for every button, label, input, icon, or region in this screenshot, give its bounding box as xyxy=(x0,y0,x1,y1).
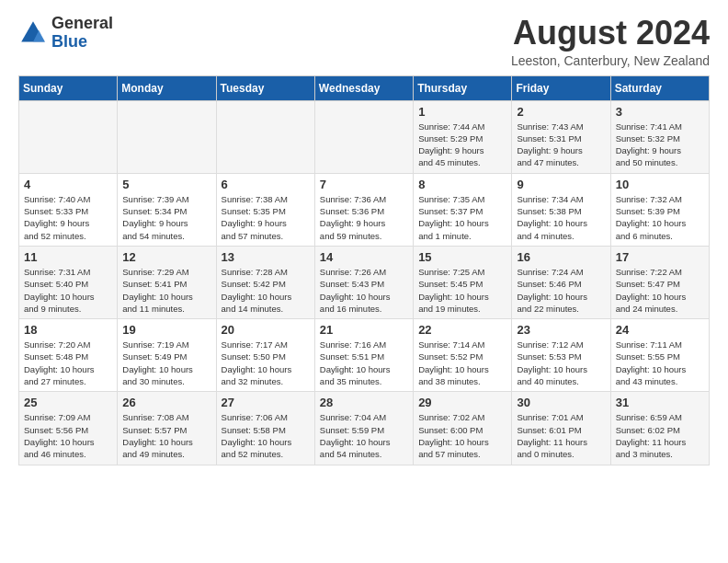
calendar-cell xyxy=(19,100,118,173)
day-number: 25 xyxy=(24,396,112,409)
day-number: 26 xyxy=(122,396,210,409)
logo: General Blue xyxy=(18,15,113,52)
day-info: Sunrise: 7:34 AM Sunset: 5:38 PM Dayligh… xyxy=(517,193,605,242)
calendar-cell xyxy=(216,100,314,173)
week-row-5: 25Sunrise: 7:09 AM Sunset: 5:56 PM Dayli… xyxy=(19,392,710,465)
title-block: August 2024 Leeston, Canterbury, New Zea… xyxy=(511,15,710,68)
logo-blue: Blue xyxy=(51,33,113,52)
calendar-cell: 12Sunrise: 7:29 AM Sunset: 5:41 PM Dayli… xyxy=(118,246,216,318)
day-info: Sunrise: 7:20 AM Sunset: 5:48 PM Dayligh… xyxy=(24,339,112,387)
day-info: Sunrise: 7:11 AM Sunset: 5:55 PM Dayligh… xyxy=(616,339,704,387)
day-info: Sunrise: 7:01 AM Sunset: 6:01 PM Dayligh… xyxy=(517,411,605,460)
day-number: 28 xyxy=(320,396,408,409)
day-number: 30 xyxy=(517,396,605,409)
day-info: Sunrise: 7:44 AM Sunset: 5:29 PM Dayligh… xyxy=(418,121,506,169)
calendar-cell: 17Sunrise: 7:22 AM Sunset: 5:47 PM Dayli… xyxy=(610,246,709,318)
calendar-table: SundayMondayTuesdayWednesdayThursdayFrid… xyxy=(18,75,710,465)
day-number: 24 xyxy=(616,323,704,337)
calendar-header: SundayMondayTuesdayWednesdayThursdayFrid… xyxy=(19,75,710,100)
calendar-cell: 30Sunrise: 7:01 AM Sunset: 6:01 PM Dayli… xyxy=(512,392,610,465)
header-cell-wednesday: Wednesday xyxy=(314,75,413,100)
day-info: Sunrise: 7:39 AM Sunset: 5:34 PM Dayligh… xyxy=(122,193,210,242)
day-info: Sunrise: 7:09 AM Sunset: 5:56 PM Dayligh… xyxy=(24,411,112,460)
calendar-cell: 6Sunrise: 7:38 AM Sunset: 5:35 PM Daylig… xyxy=(216,173,314,246)
week-row-1: 1Sunrise: 7:44 AM Sunset: 5:29 PM Daylig… xyxy=(19,100,710,173)
day-number: 14 xyxy=(320,250,408,264)
day-number: 12 xyxy=(122,250,210,264)
calendar-cell: 28Sunrise: 7:04 AM Sunset: 5:59 PM Dayli… xyxy=(314,392,413,465)
calendar-cell: 9Sunrise: 7:34 AM Sunset: 5:38 PM Daylig… xyxy=(512,173,610,246)
week-row-3: 11Sunrise: 7:31 AM Sunset: 5:40 PM Dayli… xyxy=(19,246,710,318)
day-number: 9 xyxy=(517,178,605,191)
day-number: 22 xyxy=(418,323,506,337)
calendar-cell: 5Sunrise: 7:39 AM Sunset: 5:34 PM Daylig… xyxy=(118,173,216,246)
calendar-cell: 27Sunrise: 7:06 AM Sunset: 5:58 PM Dayli… xyxy=(216,392,314,465)
day-info: Sunrise: 6:59 AM Sunset: 6:02 PM Dayligh… xyxy=(616,411,704,460)
day-number: 7 xyxy=(320,178,408,191)
day-number: 1 xyxy=(418,105,506,119)
day-info: Sunrise: 7:14 AM Sunset: 5:52 PM Dayligh… xyxy=(418,339,506,387)
subtitle: Leeston, Canterbury, New Zealand xyxy=(511,53,710,68)
day-info: Sunrise: 7:31 AM Sunset: 5:40 PM Dayligh… xyxy=(24,266,112,315)
calendar-cell: 3Sunrise: 7:41 AM Sunset: 5:32 PM Daylig… xyxy=(610,100,709,173)
day-number: 17 xyxy=(616,250,704,264)
day-number: 13 xyxy=(222,250,310,264)
day-number: 11 xyxy=(24,250,112,264)
day-info: Sunrise: 7:02 AM Sunset: 6:00 PM Dayligh… xyxy=(418,411,506,460)
calendar-cell: 1Sunrise: 7:44 AM Sunset: 5:29 PM Daylig… xyxy=(414,100,512,173)
day-info: Sunrise: 7:19 AM Sunset: 5:49 PM Dayligh… xyxy=(122,339,210,387)
main-title: August 2024 xyxy=(511,15,710,52)
calendar-cell: 31Sunrise: 6:59 AM Sunset: 6:02 PM Dayli… xyxy=(610,392,709,465)
day-number: 19 xyxy=(122,323,210,337)
day-number: 6 xyxy=(222,178,310,191)
day-info: Sunrise: 7:32 AM Sunset: 5:39 PM Dayligh… xyxy=(616,193,704,242)
day-info: Sunrise: 7:08 AM Sunset: 5:57 PM Dayligh… xyxy=(122,411,210,460)
calendar-cell: 24Sunrise: 7:11 AM Sunset: 5:55 PM Dayli… xyxy=(610,319,709,392)
day-info: Sunrise: 7:35 AM Sunset: 5:37 PM Dayligh… xyxy=(418,193,506,242)
day-info: Sunrise: 7:40 AM Sunset: 5:33 PM Dayligh… xyxy=(24,193,112,242)
day-number: 16 xyxy=(517,250,605,264)
day-info: Sunrise: 7:26 AM Sunset: 5:43 PM Dayligh… xyxy=(320,266,408,315)
day-number: 5 xyxy=(122,178,210,191)
header-cell-thursday: Thursday xyxy=(414,75,512,100)
day-number: 27 xyxy=(222,396,310,409)
calendar-cell: 21Sunrise: 7:16 AM Sunset: 5:51 PM Dayli… xyxy=(314,319,413,392)
day-info: Sunrise: 7:24 AM Sunset: 5:46 PM Dayligh… xyxy=(517,266,605,315)
day-info: Sunrise: 7:36 AM Sunset: 5:36 PM Dayligh… xyxy=(320,193,408,242)
header-row: SundayMondayTuesdayWednesdayThursdayFrid… xyxy=(19,75,710,100)
day-info: Sunrise: 7:25 AM Sunset: 5:45 PM Dayligh… xyxy=(418,266,506,315)
header-cell-saturday: Saturday xyxy=(610,75,709,100)
week-row-4: 18Sunrise: 7:20 AM Sunset: 5:48 PM Dayli… xyxy=(19,319,710,392)
day-number: 10 xyxy=(616,178,704,191)
header-cell-tuesday: Tuesday xyxy=(216,75,314,100)
calendar-cell: 15Sunrise: 7:25 AM Sunset: 5:45 PM Dayli… xyxy=(414,246,512,318)
calendar-cell: 16Sunrise: 7:24 AM Sunset: 5:46 PM Dayli… xyxy=(512,246,610,318)
day-number: 3 xyxy=(616,105,704,119)
calendar-cell: 25Sunrise: 7:09 AM Sunset: 5:56 PM Dayli… xyxy=(19,392,118,465)
calendar-cell: 4Sunrise: 7:40 AM Sunset: 5:33 PM Daylig… xyxy=(19,173,118,246)
calendar-cell: 20Sunrise: 7:17 AM Sunset: 5:50 PM Dayli… xyxy=(216,319,314,392)
day-number: 15 xyxy=(418,250,506,264)
week-row-2: 4Sunrise: 7:40 AM Sunset: 5:33 PM Daylig… xyxy=(19,173,710,246)
page-header: General Blue August 2024 Leeston, Canter… xyxy=(18,15,710,68)
day-info: Sunrise: 7:16 AM Sunset: 5:51 PM Dayligh… xyxy=(320,339,408,387)
day-number: 8 xyxy=(418,178,506,191)
calendar-cell: 2Sunrise: 7:43 AM Sunset: 5:31 PM Daylig… xyxy=(512,100,610,173)
header-cell-monday: Monday xyxy=(118,75,216,100)
day-number: 2 xyxy=(517,105,605,119)
calendar-cell: 11Sunrise: 7:31 AM Sunset: 5:40 PM Dayli… xyxy=(19,246,118,318)
logo-icon xyxy=(18,18,48,48)
calendar-cell: 8Sunrise: 7:35 AM Sunset: 5:37 PM Daylig… xyxy=(414,173,512,246)
header-cell-sunday: Sunday xyxy=(19,75,118,100)
day-number: 20 xyxy=(222,323,310,337)
day-info: Sunrise: 7:04 AM Sunset: 5:59 PM Dayligh… xyxy=(320,411,408,460)
day-info: Sunrise: 7:29 AM Sunset: 5:41 PM Dayligh… xyxy=(122,266,210,315)
calendar-body: 1Sunrise: 7:44 AM Sunset: 5:29 PM Daylig… xyxy=(19,100,710,465)
day-number: 29 xyxy=(418,396,506,409)
day-info: Sunrise: 7:17 AM Sunset: 5:50 PM Dayligh… xyxy=(222,339,310,387)
day-number: 18 xyxy=(24,323,112,337)
calendar-cell: 7Sunrise: 7:36 AM Sunset: 5:36 PM Daylig… xyxy=(314,173,413,246)
calendar-cell: 29Sunrise: 7:02 AM Sunset: 6:00 PM Dayli… xyxy=(414,392,512,465)
day-info: Sunrise: 7:28 AM Sunset: 5:42 PM Dayligh… xyxy=(222,266,310,315)
day-info: Sunrise: 7:43 AM Sunset: 5:31 PM Dayligh… xyxy=(517,121,605,169)
